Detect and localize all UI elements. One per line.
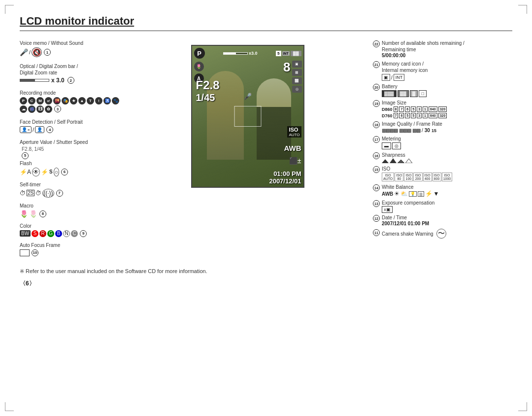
sharpness-icons — [382, 158, 512, 163]
right-num-13: 13 — [373, 200, 380, 207]
right-num-21: 21 — [373, 61, 380, 68]
d860-6m: 6 — [405, 106, 410, 112]
lcd-zoom-text: x3.0 — [249, 51, 258, 56]
right-label-15: ISO — [382, 166, 512, 172]
lcd-8-value: 8 — [283, 60, 290, 75]
zoom-fill — [20, 79, 35, 81]
right-item-12: 12 Date / Time 2007/12/01 01:00 PM — [373, 214, 512, 226]
num-3: 3 — [54, 105, 61, 112]
lcd-af-frame-box — [234, 106, 261, 127]
lcd-p-mode: P — [194, 48, 205, 59]
right-item-14: 14 White Balance AWB ☀ ⛅ 💡 ||| ⚡ ▼ — [373, 184, 512, 197]
svg-marker-3 — [405, 159, 412, 163]
num-7: 7 — [56, 190, 63, 197]
right-content-19: Image Size D860 8 7 6 5 3 1 640 320 D760 — [382, 100, 512, 118]
lcd-int-badge: INT — [282, 51, 290, 56]
right-label-16: Sharpness — [382, 152, 512, 158]
corner-tl — [5, 5, 14, 14]
aperture-label: Aperture Value / Shutter Speed — [20, 139, 124, 145]
left-item-face: Face Detection / Self Portrait 👤≡ / 👤 4 — [20, 119, 124, 133]
color-b: B — [55, 230, 62, 237]
lcd-datetime: 01:00 PM 2007/12/01 — [269, 170, 301, 185]
color-bw: BW — [20, 230, 31, 237]
d860-3m: 3 — [417, 106, 422, 112]
rec-icon-p: P — [20, 97, 27, 104]
rec-icon-a: ㎡ — [45, 97, 52, 104]
iso-400: ISO400 — [423, 173, 432, 181]
right-label-22: Number of available shots remaining /Rem… — [382, 40, 512, 53]
corner-br — [518, 402, 527, 411]
slash-icon: / — [29, 49, 31, 55]
right-num-16: 16 — [373, 152, 380, 159]
right-item-15: 15 ISO ISOAUTO ISO80 ISO100 ISO200 ISO40… — [373, 166, 512, 181]
d860-320: 320 — [438, 106, 447, 112]
lcd-top-bar: P x3.0 5 INT ▓▓ — [194, 48, 301, 59]
lcd-r-icon-2: ▦ — [292, 69, 302, 76]
flash-icons: ⚡A 👁 ⚡ S ○ 6 — [20, 168, 124, 176]
wb-cloud: ⛅ — [400, 190, 408, 197]
camera-shake-row: Camera shake Warning 〜 — [382, 229, 512, 239]
num-2: 2 — [67, 77, 74, 84]
left-item-voice-memo: Voice memo / Without Sound 🎤 / 🔇 1 — [20, 40, 124, 57]
right-content-12: Date / Time 2007/12/01 01:00 PM — [382, 214, 512, 226]
svg-marker-2 — [398, 160, 404, 163]
lcd-awb-text: AWB — [284, 144, 301, 152]
d760-5m: 5 — [405, 113, 410, 118]
rec-icon-row2-5: ☁ — [20, 105, 27, 113]
exp-comp-icon: ±▣ — [382, 206, 393, 213]
right-label-21: Memory card icon /Internal memory icon — [382, 61, 512, 73]
color-s: S — [32, 230, 38, 237]
rec-icon-row2-1: T — [87, 97, 94, 104]
macro-flower-icon: 🌷 — [20, 210, 28, 218]
right-num-14: 14 — [373, 184, 380, 191]
zoom-track — [20, 79, 49, 82]
timer-icons: ⏱ 2S ⏱ ((·)) 7 — [20, 189, 124, 198]
right-num-20: 20 — [373, 84, 380, 91]
color-label: Color — [20, 223, 124, 229]
color-icons: BW S R G B N C 9 — [20, 230, 124, 237]
iso-200: ISO200 — [413, 173, 422, 181]
voice-memo-label: Voice memo / Without Sound — [20, 40, 124, 46]
meter-multi: ▬ — [382, 142, 391, 149]
rec-icon-row2-8: ✿ — [45, 105, 52, 113]
d760-5m-2: 5 — [411, 113, 416, 118]
num-8: 8 — [39, 210, 46, 217]
right-label-17: Metering — [382, 136, 512, 142]
page-number: 〈6〉 — [20, 279, 512, 288]
self-portrait-icon: 👤 — [35, 126, 44, 133]
face-detect-icon: 👤≡ — [20, 126, 32, 133]
right-item-17: 17 Metering ▬ ◎ — [373, 136, 512, 149]
left-item-timer: Self-timer ⏱ 2S ⏱ ((·)) 7 — [20, 181, 124, 198]
lcd-iso-auto: AUTO — [289, 133, 299, 137]
lcd-zoom-fill — [224, 53, 236, 54]
af-icons: 10 — [20, 249, 124, 256]
d860-8m: 8 — [394, 106, 399, 112]
right-content-16: Sharpness — [382, 152, 512, 163]
right-label-20: Battery — [382, 83, 512, 90]
lcd-aperture-area: F2.8 1/45 — [196, 79, 220, 104]
color-n: N — [63, 230, 70, 237]
right-item-13: 13 Exposure compensation ±▣ — [373, 200, 512, 212]
metering-icons: ▬ ◎ — [382, 142, 512, 149]
framerate-30: 30 — [425, 128, 430, 133]
zoom-bar: x 3.0 2 — [20, 77, 124, 84]
left-panel: Voice memo / Without Sound 🎤 / 🔇 1 Optic… — [20, 40, 128, 259]
iso-800: ISO800 — [432, 173, 441, 181]
lcd-r-icon-1: ▣ — [292, 61, 302, 68]
lcd-aperture-value: F2.8 — [196, 79, 220, 91]
d860-7m: 7 — [399, 106, 404, 112]
quality-mid: ▩▩▩ — [399, 128, 411, 133]
lcd-right-side: ▣ ▦ ⬜ ◎ — [292, 61, 302, 93]
num-1: 1 — [44, 49, 51, 56]
lcd-mic-icon: 🎤 — [244, 93, 252, 100]
d860-row: D860 8 7 6 5 3 1 640 320 — [382, 106, 512, 112]
left-item-af: Auto Focus Frame 10 — [20, 242, 124, 256]
face-icons: 👤≡ / 👤 4 — [20, 126, 124, 133]
right-num-12: 12 — [373, 215, 380, 222]
af-label: Auto Focus Frame — [20, 242, 124, 248]
voice-memo-icons: 🎤 / 🔇 1 — [20, 47, 124, 57]
right-content-21: Memory card icon /Internal memory icon ▣… — [382, 61, 512, 81]
iso-1000: ISO1000 — [442, 173, 453, 181]
iso-auto: ISOAUTO — [382, 173, 394, 181]
bottom-note: ※ Refer to the user manual included on t… — [20, 268, 512, 275]
